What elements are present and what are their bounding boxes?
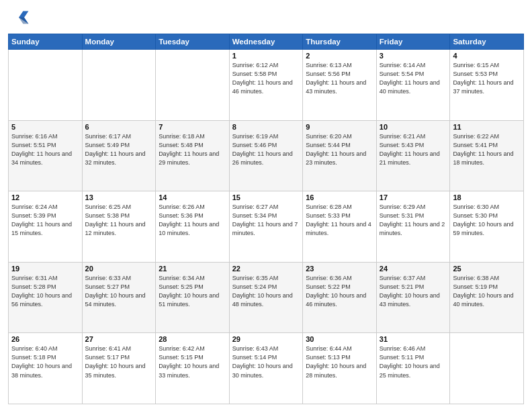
day-number: 15 xyxy=(232,193,300,201)
day-info: Sunrise: 6:34 AMSunset: 5:25 PMDaylight:… xyxy=(159,274,226,309)
day-info: Sunrise: 6:26 AMSunset: 5:36 PMDaylight:… xyxy=(159,203,226,238)
calendar-week-row: 5Sunrise: 6:16 AMSunset: 5:51 PMDaylight… xyxy=(9,120,524,191)
day-number: 4 xyxy=(453,52,521,60)
day-info: Sunrise: 6:37 AMSunset: 5:21 PMDaylight:… xyxy=(380,274,447,309)
calendar-day-cell: 9Sunrise: 6:20 AMSunset: 5:44 PMDaylight… xyxy=(303,120,377,191)
day-number: 13 xyxy=(85,193,153,201)
day-info: Sunrise: 6:30 AMSunset: 5:30 PMDaylight:… xyxy=(453,203,521,238)
calendar-day-cell: 15Sunrise: 6:27 AMSunset: 5:34 PMDayligh… xyxy=(229,191,303,263)
day-info: Sunrise: 6:33 AMSunset: 5:27 PMDaylight:… xyxy=(85,274,153,309)
day-info: Sunrise: 6:21 AMSunset: 5:43 PMDaylight:… xyxy=(380,132,447,167)
logo xyxy=(8,7,32,28)
calendar-day-cell: 10Sunrise: 6:21 AMSunset: 5:43 PMDayligh… xyxy=(376,120,450,191)
calendar-day-cell xyxy=(82,50,156,121)
calendar-table: SundayMondayTuesdayWednesdayThursdayFrid… xyxy=(8,34,524,404)
day-info: Sunrise: 6:14 AMSunset: 5:54 PMDaylight:… xyxy=(380,61,447,96)
day-number: 11 xyxy=(453,123,521,131)
weekday-header: Tuesday xyxy=(156,34,230,50)
day-number: 17 xyxy=(380,193,447,201)
calendar-day-cell: 26Sunrise: 6:40 AMSunset: 5:18 PMDayligh… xyxy=(9,333,83,404)
day-number: 1 xyxy=(232,52,300,60)
page-container: SundayMondayTuesdayWednesdayThursdayFrid… xyxy=(0,0,532,411)
calendar-week-row: 26Sunrise: 6:40 AMSunset: 5:18 PMDayligh… xyxy=(9,333,524,404)
weekday-header: Friday xyxy=(376,34,450,50)
day-number: 21 xyxy=(159,265,226,273)
calendar-week-row: 12Sunrise: 6:24 AMSunset: 5:39 PMDayligh… xyxy=(9,191,524,263)
calendar-day-cell: 3Sunrise: 6:14 AMSunset: 5:54 PMDaylight… xyxy=(376,50,450,121)
weekday-header: Monday xyxy=(82,34,156,50)
weekday-header: Wednesday xyxy=(229,34,303,50)
day-number: 19 xyxy=(11,265,79,273)
calendar-day-cell: 1Sunrise: 6:12 AMSunset: 5:58 PMDaylight… xyxy=(229,50,303,121)
calendar-day-cell: 4Sunrise: 6:15 AMSunset: 5:53 PMDaylight… xyxy=(450,50,524,121)
day-info: Sunrise: 6:24 AMSunset: 5:39 PMDaylight:… xyxy=(11,203,79,238)
day-number: 2 xyxy=(306,52,373,60)
calendar-day-cell: 31Sunrise: 6:46 AMSunset: 5:11 PMDayligh… xyxy=(376,333,450,404)
day-number: 29 xyxy=(232,335,300,343)
day-number: 27 xyxy=(85,335,153,343)
day-info: Sunrise: 6:20 AMSunset: 5:44 PMDaylight:… xyxy=(306,132,373,167)
calendar-day-cell: 8Sunrise: 6:19 AMSunset: 5:46 PMDaylight… xyxy=(229,120,303,191)
day-number: 5 xyxy=(11,123,79,131)
day-info: Sunrise: 6:16 AMSunset: 5:51 PMDaylight:… xyxy=(11,132,79,167)
calendar-day-cell xyxy=(9,50,83,121)
svg-marker-1 xyxy=(19,17,28,24)
day-info: Sunrise: 6:44 AMSunset: 5:13 PMDaylight:… xyxy=(306,345,373,379)
calendar-day-cell: 2Sunrise: 6:13 AMSunset: 5:56 PMDaylight… xyxy=(303,50,377,121)
day-info: Sunrise: 6:28 AMSunset: 5:33 PMDaylight:… xyxy=(306,203,373,238)
day-number: 14 xyxy=(159,193,226,201)
day-info: Sunrise: 6:12 AMSunset: 5:58 PMDaylight:… xyxy=(232,61,300,96)
calendar-week-row: 19Sunrise: 6:31 AMSunset: 5:28 PMDayligh… xyxy=(9,262,524,333)
day-number: 31 xyxy=(380,335,447,343)
day-info: Sunrise: 6:15 AMSunset: 5:53 PMDaylight:… xyxy=(453,61,521,96)
day-number: 22 xyxy=(232,265,300,273)
calendar-day-cell: 30Sunrise: 6:44 AMSunset: 5:13 PMDayligh… xyxy=(303,333,377,404)
day-number: 28 xyxy=(159,335,226,343)
calendar-day-cell xyxy=(156,50,230,121)
day-info: Sunrise: 6:22 AMSunset: 5:41 PMDaylight:… xyxy=(453,132,521,167)
calendar-day-cell: 6Sunrise: 6:17 AMSunset: 5:49 PMDaylight… xyxy=(82,120,156,191)
calendar-body: 1Sunrise: 6:12 AMSunset: 5:58 PMDaylight… xyxy=(9,50,524,404)
day-number: 24 xyxy=(380,265,447,273)
calendar-day-cell: 5Sunrise: 6:16 AMSunset: 5:51 PMDaylight… xyxy=(9,120,83,191)
calendar-day-cell: 23Sunrise: 6:36 AMSunset: 5:22 PMDayligh… xyxy=(303,262,377,333)
calendar-header: SundayMondayTuesdayWednesdayThursdayFrid… xyxy=(9,34,524,50)
calendar-day-cell: 22Sunrise: 6:35 AMSunset: 5:24 PMDayligh… xyxy=(229,262,303,333)
weekday-row: SundayMondayTuesdayWednesdayThursdayFrid… xyxy=(9,34,524,50)
day-info: Sunrise: 6:41 AMSunset: 5:17 PMDaylight:… xyxy=(85,345,153,379)
calendar-day-cell: 11Sunrise: 6:22 AMSunset: 5:41 PMDayligh… xyxy=(450,120,524,191)
calendar-day-cell: 19Sunrise: 6:31 AMSunset: 5:28 PMDayligh… xyxy=(9,262,83,333)
day-info: Sunrise: 6:36 AMSunset: 5:22 PMDaylight:… xyxy=(306,274,373,309)
day-number: 18 xyxy=(453,193,521,201)
day-info: Sunrise: 6:42 AMSunset: 5:15 PMDaylight:… xyxy=(159,345,226,379)
day-number: 16 xyxy=(306,193,373,201)
header xyxy=(8,7,524,28)
calendar-week-row: 1Sunrise: 6:12 AMSunset: 5:58 PMDaylight… xyxy=(9,50,524,121)
calendar-day-cell: 18Sunrise: 6:30 AMSunset: 5:30 PMDayligh… xyxy=(450,191,524,263)
day-info: Sunrise: 6:27 AMSunset: 5:34 PMDaylight:… xyxy=(232,203,300,238)
calendar-day-cell: 7Sunrise: 6:18 AMSunset: 5:48 PMDaylight… xyxy=(156,120,230,191)
calendar-day-cell: 27Sunrise: 6:41 AMSunset: 5:17 PMDayligh… xyxy=(82,333,156,404)
day-info: Sunrise: 6:25 AMSunset: 5:38 PMDaylight:… xyxy=(85,203,153,238)
weekday-header: Saturday xyxy=(450,34,524,50)
day-info: Sunrise: 6:40 AMSunset: 5:18 PMDaylight:… xyxy=(11,345,79,379)
weekday-header: Thursday xyxy=(303,34,377,50)
day-info: Sunrise: 6:18 AMSunset: 5:48 PMDaylight:… xyxy=(159,132,226,167)
day-info: Sunrise: 6:46 AMSunset: 5:11 PMDaylight:… xyxy=(380,345,447,379)
day-number: 23 xyxy=(306,265,373,273)
day-number: 7 xyxy=(159,123,226,131)
calendar-day-cell: 29Sunrise: 6:43 AMSunset: 5:14 PMDayligh… xyxy=(229,333,303,404)
day-info: Sunrise: 6:35 AMSunset: 5:24 PMDaylight:… xyxy=(232,274,300,309)
logo-icon xyxy=(8,7,30,28)
day-number: 25 xyxy=(453,265,521,273)
weekday-header: Sunday xyxy=(9,34,83,50)
calendar-day-cell: 20Sunrise: 6:33 AMSunset: 5:27 PMDayligh… xyxy=(82,262,156,333)
day-info: Sunrise: 6:19 AMSunset: 5:46 PMDaylight:… xyxy=(232,132,300,167)
day-info: Sunrise: 6:13 AMSunset: 5:56 PMDaylight:… xyxy=(306,61,373,96)
calendar-day-cell: 25Sunrise: 6:38 AMSunset: 5:19 PMDayligh… xyxy=(450,262,524,333)
day-number: 20 xyxy=(85,265,153,273)
day-number: 6 xyxy=(85,123,153,131)
calendar-day-cell: 28Sunrise: 6:42 AMSunset: 5:15 PMDayligh… xyxy=(156,333,230,404)
day-info: Sunrise: 6:31 AMSunset: 5:28 PMDaylight:… xyxy=(11,274,79,309)
day-info: Sunrise: 6:43 AMSunset: 5:14 PMDaylight:… xyxy=(232,345,300,379)
